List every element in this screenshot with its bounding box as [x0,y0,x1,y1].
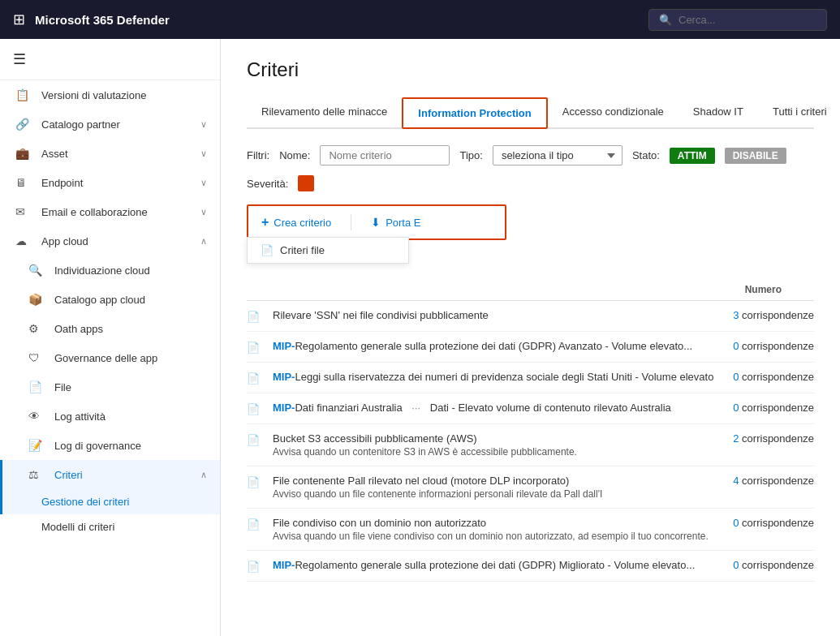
email-icon: ✉ [15,205,33,218]
sidebar-item-modelli-criteri[interactable]: Modelli di criteri [0,514,220,539]
row-content: File contenente Pall rilevato nel cloud … [273,475,717,500]
sidebar-item-email[interactable]: ✉ Email e collaborazione ∨ [0,197,220,226]
tab-shadow-it[interactable]: Shadow IT [678,97,758,129]
sidebar-item-label: Email e collaborazione [41,206,200,218]
sidebar-item-label: Modelli di criteri [41,521,114,533]
toolbar-wrapper: + Crea criterio ⬇ Porta E 📄 Criteri file [247,204,814,240]
tipo-filter-select[interactable]: seleziona il tipo [493,145,622,165]
stato-active-btn[interactable]: ATTIM [670,148,715,164]
import-label: Porta E [386,217,420,229]
sidebar-item-catalogo-app[interactable]: 📦 Catalogo app cloud [0,285,220,314]
table-row[interactable]: 📄 MIP-Regolamento generale sulla protezi… [247,332,814,363]
chevron-up-icon: ∧ [200,236,207,247]
ellipsis: ··· [411,402,420,414]
menu-toggle[interactable]: ☰ [0,39,220,80]
row-count: 0 corrispondenze [717,559,814,571]
chevron-down-icon: ∨ [200,178,207,188]
individuazione-icon: 🔍 [28,264,46,277]
chevron-up-icon: ∧ [200,470,207,480]
row-file-icon: 📄 [247,475,273,488]
sidebar-item-versioni[interactable]: 📋 Versioni di valutazione [0,80,220,110]
row-file-icon: 📄 [247,309,273,323]
log-governance-icon: 📝 [28,439,46,452]
criteri-icon: ⚖ [28,468,46,481]
table-row[interactable]: 📄 Bucket S3 accessibili pubblicamente (A… [247,424,814,466]
tab-accesso[interactable]: Accesso condizionale [548,97,678,129]
sidebar-item-app-cloud[interactable]: ☁ App cloud ∧ [0,226,220,256]
main-layout: ☰ 📋 Versioni di valutazione 🔗 Catalogo p… [0,39,840,636]
row-subtitle: Avviso quando un file contenente informa… [273,488,717,500]
file-icon: 📄 [28,380,46,393]
sidebar-item-asset[interactable]: 💼 Asset ∨ [0,139,220,168]
sidebar-item-log-governance[interactable]: 📝 Log di governance [0,431,220,460]
row-content: MIP-Regolamento generale sulla protezion… [273,559,717,571]
sidebar-item-label: Oath apps [54,323,207,335]
stato-disabled-btn[interactable]: DISABILE [725,148,786,164]
sidebar-item-criteri[interactable]: ⚖ Criteri ∧ [0,460,220,489]
table-row[interactable]: 📄 MIP-Dati finanziari Australia ··· Dati… [247,393,814,424]
governance-icon: 🛡 [28,351,46,364]
sidebar-item-catalogo-partner[interactable]: 🔗 Catalogo partner ∨ [0,110,220,139]
create-criteria-button[interactable]: + Crea criterio [261,215,331,230]
dropdown-item-label: Criteri file [280,244,325,256]
row-title: Regolamento generale sulla protezione de… [295,559,695,571]
grid-icon[interactable]: ⊞ [13,11,25,28]
table-row[interactable]: 📄 File condiviso con un dominio non auto… [247,509,814,551]
download-icon: ⬇ [371,216,381,229]
severita-label: Severità: [247,178,288,190]
dropdown-item-criteri-file[interactable]: 📄 Criteri file [248,238,408,263]
sidebar-item-label: Individuazione cloud [54,264,207,277]
sidebar-item-individuazione[interactable]: 🔍 Individuazione cloud [0,256,220,285]
nome-filter-input[interactable] [320,145,450,165]
sidebar-item-oath-apps[interactable]: ⚙ Oath apps [0,314,220,343]
search-input[interactable] [678,14,816,26]
sidebar-item-file[interactable]: 📄 File [0,372,220,402]
filters-row: Filtri: Nome: Tipo: seleziona il tipo St… [247,145,814,191]
table-row[interactable]: 📄 MIP-Leggi sulla riservatezza dei numer… [247,363,814,393]
sidebar-item-log-attivita[interactable]: 👁 Log attività [0,402,220,431]
plus-icon: + [261,215,269,230]
sidebar-item-label: Catalogo app cloud [54,294,207,306]
toolbar: + Crea criterio ⬇ Porta E [247,204,506,240]
row-file-icon: 📄 [247,559,273,573]
row-title: Regolamento generale sulla protezione de… [295,340,692,352]
sidebar-item-label: Governance delle app [54,352,207,364]
row-content: MIP-Leggi sulla riservatezza dei numeri … [273,371,717,383]
sidebar-item-gestione-criteri[interactable]: Gestione dei criteri [0,489,220,514]
sidebar-item-endpoint[interactable]: 🖥 Endpoint ∨ [0,168,220,197]
chevron-down-icon: ∨ [200,119,207,130]
versioni-icon: 📋 [15,88,33,101]
tab-tutti[interactable]: Tutti i criteri [758,97,840,129]
create-criteria-label: Crea criterio [274,217,331,229]
tab-rilevamento[interactable]: Rilevamento delle minacce [247,97,402,129]
chevron-down-icon: ∨ [200,148,207,159]
sidebar-item-label: Log di governance [54,440,207,452]
chevron-down-icon: ∨ [200,207,207,217]
content-area: Criteri Rilevamento delle minacce Inform… [221,39,840,636]
toolbar-divider [351,214,351,230]
row-file-icon: 📄 [247,517,273,531]
row-content: MIP-Dati finanziari Australia ··· Dati -… [273,402,717,414]
sidebar-item-governance[interactable]: 🛡 Governance delle app [0,343,220,372]
asset-icon: 💼 [15,147,33,160]
table-row[interactable]: 📄 Rilevare 'SSN' nei file condivisi pubb… [247,301,814,332]
row-subtitle: Avvisa quando un contenitore S3 in AWS è… [273,446,717,458]
row-count: 0 corrispondenze [717,340,814,352]
import-button[interactable]: ⬇ Porta E [371,216,420,229]
row-count: 3 corrispondenze [717,309,814,321]
oath-icon: ⚙ [28,322,46,335]
row-count: 0 corrispondenze [717,517,814,529]
search-icon: 🔍 [659,14,672,26]
row-count: 0 corrispondenze [717,402,814,414]
table-row[interactable]: 📄 MIP-Regolamento generale sulla protezi… [247,551,814,582]
tipo-label: Tipo: [459,149,482,161]
sidebar-item-label: File [54,381,207,393]
row-content: MIP-Regolamento generale sulla protezion… [273,340,717,352]
tab-info-protection[interactable]: Information Protection [402,97,547,129]
row-title: File condiviso con un dominio non autori… [273,517,717,529]
tabs-container: Rilevamento delle minacce Information Pr… [247,97,814,129]
table-row[interactable]: 📄 File contenente Pall rilevato nel clou… [247,466,814,509]
row-count: 4 corrispondenze [717,475,814,487]
sidebar-item-label: Gestione dei criteri [41,496,129,508]
severity-indicator [298,175,314,191]
